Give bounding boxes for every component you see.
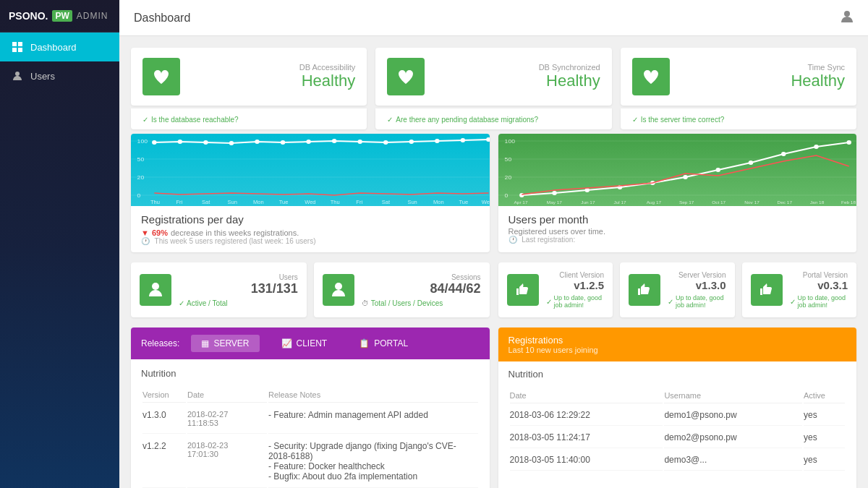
status-info-sync: DB Synchronized Healthy <box>435 63 600 90</box>
svg-text:0: 0 <box>504 192 508 199</box>
releases-col-date: Date <box>187 388 267 403</box>
status-info-db: DB Accessibility Healthy <box>190 63 355 90</box>
metric-card-client: Client Version v1.2.5 ✓ Up to date, good… <box>498 262 613 317</box>
metric-sub-portal: ✓ Up to date, good job admin! <box>790 294 848 309</box>
sidebar-item-dashboard-label: Dashboard <box>30 42 77 53</box>
svg-text:Sun: Sun <box>228 199 237 205</box>
svg-text:Sep 17: Sep 17 <box>678 200 694 205</box>
svg-text:Wed: Wed <box>482 199 490 205</box>
page-title: Dashboard <box>134 12 190 25</box>
thumbsup-portal-icon <box>751 274 783 306</box>
svg-text:Feb 18: Feb 18 <box>841 200 856 205</box>
status-value-db: Healthy <box>190 72 355 90</box>
metric-info-sessions: Sessions 84/44/62 ⏱ Total / Users / Devi… <box>362 273 481 307</box>
svg-point-51 <box>552 191 556 195</box>
metric-info-client: Client Version v1.2.5 ✓ Up to date, good… <box>546 271 605 309</box>
metric-card-portal: Portal Version v0.3.1 ✓ Up to date, good… <box>742 262 857 317</box>
metric-label-server: Server Version <box>668 271 726 279</box>
check-icon-db: ✓ <box>142 116 148 124</box>
svg-text:Sun: Sun <box>407 199 417 205</box>
heart-icon-sync <box>387 58 425 95</box>
registrations-title: Registrations <box>509 335 847 346</box>
list-item: 2018-03-05 11:40:00 demo3@... yes <box>510 450 846 471</box>
metric-label-portal: Portal Version <box>790 271 848 279</box>
check-icon-time: ✓ <box>632 116 638 124</box>
check-icon-sync: ✓ <box>387 116 393 124</box>
metric-value-portal: v0.3.1 <box>790 279 848 291</box>
logo-admin: ADMIN <box>77 11 109 21</box>
chart-subtitle-users-month: Registered users over time. <box>509 227 847 236</box>
chart-info-registrations: Registrations per day ▼ 69% decrease in … <box>131 206 490 252</box>
svg-text:Thu: Thu <box>331 199 340 205</box>
metric-label-users: Users <box>179 273 298 281</box>
chart-area-registrations: 100 50 20 0 <box>131 134 490 206</box>
svg-text:May 17: May 17 <box>546 200 562 205</box>
sidebar-item-dashboard[interactable]: Dashboard <box>0 33 119 61</box>
svg-point-15 <box>178 140 182 144</box>
list-item: 2018-03-06 12:29:22 demo1@psono.pw yes <box>510 405 846 426</box>
chart-users-month: 100 50 20 0 <box>498 134 857 252</box>
person-icon <box>841 10 854 25</box>
logo-text: PSONO. <box>9 10 48 22</box>
svg-text:Tue: Tue <box>279 199 289 205</box>
releases-header: Releases: ▦ SERVER 📈 CLIENT 📋 PORTAL <box>131 328 490 359</box>
status-card-db-accessibility: DB Accessibility Healthy <box>131 48 367 106</box>
chart-meta-registrations: 🕐 This week 5 users registered (last wee… <box>141 237 480 245</box>
metric-value-users: 131/131 <box>179 281 298 296</box>
svg-point-58 <box>781 152 786 156</box>
release-notes: - Feature: Admin management API added <box>268 404 478 434</box>
metric-sub-client: ✓ Up to date, good job admin! <box>546 294 605 309</box>
registrations-section: Nutrition <box>509 369 847 380</box>
releases-body: Nutrition Version Date Release Notes v1.… <box>131 359 490 488</box>
metric-value-sessions: 84/44/62 <box>362 281 481 296</box>
metric-card-sessions: Sessions 84/44/62 ⏱ Total / Users / Devi… <box>314 262 490 317</box>
svg-text:Dec 17: Dec 17 <box>777 200 792 205</box>
heart-icon-time <box>632 58 670 95</box>
reg-col-username: Username <box>664 388 802 403</box>
svg-text:Jun 17: Jun 17 <box>581 200 595 205</box>
sidebar: PSONO. PW ADMIN Dashboard Users <box>0 0 119 488</box>
svg-point-55 <box>683 175 687 179</box>
release-version: v1.2.2 <box>142 435 186 488</box>
svg-text:Apr 17: Apr 17 <box>514 200 528 205</box>
registrations-card: Registrations Last 10 new users joining … <box>498 328 857 488</box>
metrics-right: Client Version v1.2.5 ✓ Up to date, good… <box>498 262 857 317</box>
grid-icon <box>12 41 23 53</box>
tab-server[interactable]: ▦ SERVER <box>191 335 259 352</box>
releases-table: Version Date Release Notes v1.3.0 2018-0… <box>141 386 480 488</box>
sidebar-item-users-label: Users <box>30 71 55 82</box>
svg-rect-3 <box>18 48 22 52</box>
svg-text:Sat: Sat <box>202 199 210 205</box>
svg-text:Mon: Mon <box>433 199 444 205</box>
metric-label-client: Client Version <box>546 271 605 279</box>
chart-title-users-month: Users per month <box>509 213 847 226</box>
svg-rect-0 <box>12 42 17 46</box>
svg-point-17 <box>229 141 234 145</box>
svg-text:100: 100 <box>504 137 515 145</box>
svg-text:Aug 17: Aug 17 <box>646 200 661 205</box>
svg-point-73 <box>335 283 342 290</box>
svg-point-19 <box>281 140 285 145</box>
users-icon <box>140 274 171 306</box>
reg-col-date: Date <box>510 388 663 403</box>
svg-point-60 <box>846 140 851 145</box>
metric-sub-server: ✓ Up to date, good job admin! <box>668 294 726 309</box>
releases-col-version: Version <box>142 388 186 403</box>
chart-title-registrations: Registrations per day <box>141 213 480 226</box>
reg-date: 2018-03-06 12:29:22 <box>510 405 663 426</box>
svg-point-26 <box>461 138 465 142</box>
logo-badge: PW <box>52 10 72 22</box>
metric-sub-sessions: ⏱ Total / Users / Devices <box>362 299 481 307</box>
releases-label: Releases: <box>141 338 179 348</box>
portal-icon: 📋 <box>359 338 370 348</box>
sidebar-item-users[interactable]: Users <box>0 61 119 90</box>
status-label-db: DB Accessibility <box>190 63 355 72</box>
status-cards-row: DB Accessibility Healthy DB Synchronized… <box>131 48 856 106</box>
thumbsup-server-icon <box>629 274 660 306</box>
metrics-left: Users 131/131 ✓ Active / Total Sessions <box>131 262 490 317</box>
tab-portal[interactable]: 📋 PORTAL <box>349 335 418 352</box>
svg-text:Wed: Wed <box>305 199 315 205</box>
tab-client[interactable]: 📈 CLIENT <box>271 335 338 352</box>
svg-text:Sat: Sat <box>382 199 390 205</box>
user-icon <box>12 70 23 82</box>
